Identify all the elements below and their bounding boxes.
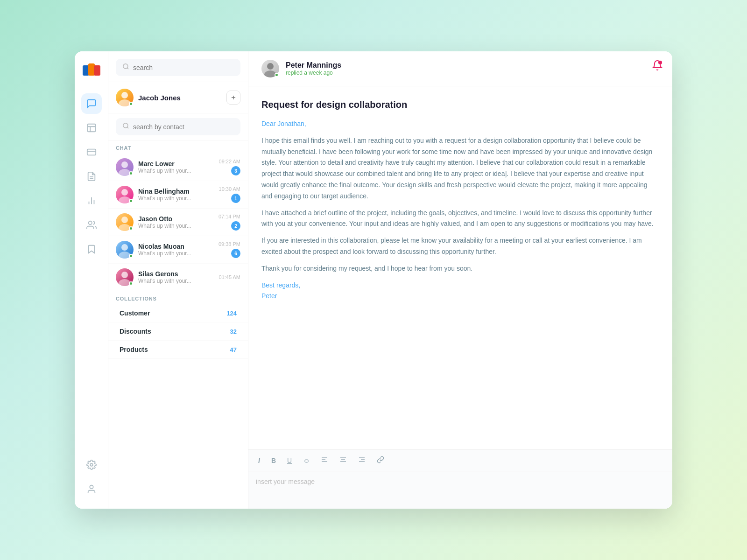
- app-container: Jacob Jones CHAT: [75, 51, 672, 509]
- svg-point-11: [90, 463, 93, 466]
- chat-preview: What's up with your...: [138, 278, 214, 284]
- chat-item[interactable]: Jason Otto What's up with your... 07:14 …: [108, 209, 248, 236]
- chat-item[interactable]: Marc Lower What's up with your... 09:22 …: [108, 154, 248, 181]
- chat-item[interactable]: Silas Gerons What's up with your... 01:4…: [108, 264, 248, 291]
- align-center-button[interactable]: [337, 455, 349, 466]
- svg-line-20: [127, 127, 128, 128]
- search-wrap: [116, 59, 240, 76]
- svg-rect-3: [87, 124, 95, 132]
- email-body: Request for design collaboration Dear Jo…: [248, 86, 672, 449]
- chat-online-dot: [129, 199, 133, 203]
- main-content: Peter Mannings replied a week ago Reques…: [248, 51, 672, 509]
- contact-search-area: [108, 113, 248, 140]
- svg-rect-1: [88, 63, 95, 76]
- chat-online-dot: [129, 281, 133, 286]
- chat-right: 09:22 AM 3: [219, 159, 240, 175]
- chat-preview: What's up with your...: [138, 223, 214, 229]
- notification-bell[interactable]: [652, 60, 663, 73]
- sender-status: replied a week ago: [286, 70, 659, 76]
- collection-count: 32: [230, 328, 237, 335]
- italic-button[interactable]: I: [256, 455, 262, 466]
- underline-button[interactable]: U: [285, 455, 294, 466]
- compose-button[interactable]: [226, 91, 240, 105]
- sidebar-item-bookmark[interactable]: [81, 239, 102, 259]
- inbox-header: Jacob Jones: [108, 82, 248, 113]
- sidebar-item-inbox[interactable]: [81, 118, 102, 138]
- sender-name: Peter Mannings: [286, 61, 659, 70]
- sidebar-item-team[interactable]: [81, 215, 102, 235]
- align-left-button[interactable]: [318, 455, 331, 466]
- chat-meta: Nina Bellingham What's up with your...: [138, 188, 214, 202]
- chat-avatar-wrap: [116, 158, 134, 176]
- svg-point-32: [267, 63, 274, 70]
- chat-right: 01:45 AM: [219, 274, 240, 280]
- sidebar-item-card[interactable]: [81, 142, 102, 162]
- chat-name: Jason Otto: [138, 215, 214, 223]
- sidebar-item-user[interactable]: [81, 479, 102, 499]
- chat-time: 09:22 AM: [219, 159, 240, 164]
- chat-online-dot: [129, 254, 133, 258]
- link-button[interactable]: [374, 455, 387, 466]
- collections-section: Customer 124 Discounts 32 Products 47: [108, 304, 248, 364]
- sender-avatar-wrap: [261, 60, 279, 77]
- left-panel: Jacob Jones CHAT: [108, 51, 248, 509]
- chat-badge: 1: [231, 194, 240, 203]
- search-icon: [122, 63, 129, 72]
- compose-input[interactable]: insert your message: [248, 471, 672, 509]
- email-header: Peter Mannings replied a week ago: [248, 51, 672, 86]
- compose-toolbar: I B U ☺: [248, 450, 672, 471]
- sidebar-item-settings[interactable]: [81, 455, 102, 475]
- chat-preview: What's up with your...: [138, 250, 214, 257]
- svg-point-23: [121, 189, 128, 196]
- emoji-button[interactable]: ☺: [301, 455, 312, 466]
- chat-item[interactable]: Nicolas Muoan What's up with your... 09:…: [108, 236, 248, 264]
- collection-item[interactable]: Customer 124: [108, 304, 248, 322]
- chat-avatar-wrap: [116, 241, 134, 259]
- bold-button[interactable]: B: [269, 455, 278, 466]
- chat-meta: Jason Otto What's up with your...: [138, 215, 214, 229]
- svg-point-31: [658, 61, 662, 64]
- chat-right: 07:14 PM 2: [218, 214, 240, 231]
- collection-item[interactable]: Discounts 32: [108, 322, 248, 341]
- sidebar-nav: [75, 51, 108, 509]
- compose-area: I B U ☺: [248, 449, 672, 509]
- chat-right: 09:38 PM 6: [218, 241, 240, 258]
- email-greeting: Dear Jonathan,: [261, 119, 659, 130]
- sender-online-indicator: [275, 73, 279, 77]
- collection-name: Discounts: [120, 328, 151, 335]
- email-paragraph-2: I have attached a brief outline of the p…: [261, 208, 659, 230]
- logo: [82, 61, 101, 80]
- collection-name: Products: [120, 346, 148, 353]
- chat-preview: What's up with your...: [138, 168, 214, 174]
- chat-name: Nina Bellingham: [138, 188, 214, 195]
- contact-search-input[interactable]: [133, 123, 234, 131]
- chat-item[interactable]: Nina Bellingham What's up with your... 1…: [108, 181, 248, 209]
- inbox-user: Jacob Jones: [116, 89, 181, 106]
- svg-point-27: [121, 244, 128, 251]
- search-input[interactable]: [133, 64, 234, 71]
- top-search-area: [108, 51, 248, 82]
- sidebar-item-chat[interactable]: [81, 93, 102, 114]
- sidebar-item-document[interactable]: [81, 166, 102, 187]
- svg-point-25: [121, 217, 128, 223]
- chat-avatar-wrap: [116, 268, 134, 286]
- svg-point-12: [90, 485, 93, 489]
- chat-avatar-wrap: [116, 213, 134, 231]
- inbox-user-name: Jacob Jones: [138, 94, 181, 102]
- jacob-avatar-wrap: [116, 89, 134, 106]
- svg-rect-2: [94, 65, 100, 76]
- collection-name: Customer: [120, 309, 150, 317]
- chat-meta: Silas Gerons What's up with your...: [138, 270, 214, 284]
- chat-time: 07:14 PM: [218, 214, 240, 219]
- svg-point-13: [123, 64, 128, 69]
- svg-point-29: [121, 272, 128, 278]
- align-right-button[interactable]: [356, 455, 368, 466]
- email-subject: Request for design collaboration: [261, 99, 659, 110]
- svg-rect-0: [83, 65, 89, 76]
- sidebar-item-chart[interactable]: [81, 190, 102, 211]
- contact-search-icon: [122, 122, 129, 131]
- online-indicator: [129, 102, 133, 106]
- collection-item[interactable]: Products 47: [108, 341, 248, 359]
- svg-line-14: [127, 68, 128, 69]
- collection-count: 124: [226, 310, 237, 317]
